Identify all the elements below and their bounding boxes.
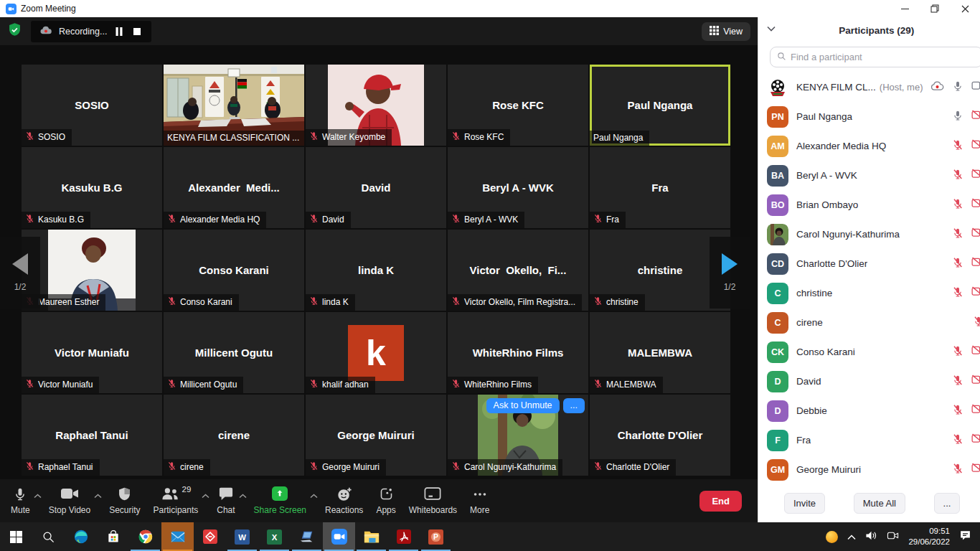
mic-muted-icon[interactable] — [952, 139, 963, 154]
more-button[interactable]: More — [463, 481, 496, 521]
video-tile[interactable]: Alexander Medi... Alexander Media HQ — [164, 147, 304, 228]
invite-button[interactable]: Invite — [784, 493, 825, 514]
participant-row[interactable]: D Debbie — [758, 396, 980, 425]
mic-muted-icon[interactable] — [973, 316, 980, 330]
video-tile[interactable]: Fra Fra — [590, 147, 730, 228]
video-tile[interactable]: Paul Nganga Paul Nganga — [590, 65, 730, 146]
camera-off-icon[interactable] — [971, 198, 980, 211]
participant-row[interactable]: D David — [758, 367, 980, 396]
end-meeting-button[interactable]: End — [699, 491, 742, 512]
participant-row[interactable]: F Fra — [758, 425, 980, 455]
video-tile[interactable]: SOSIO SOSIO — [22, 65, 162, 146]
mic-muted-icon[interactable] — [952, 257, 963, 271]
video-tile[interactable]: MALEMBWA MALEMBWA — [590, 312, 730, 393]
mic-muted-icon[interactable] — [952, 463, 963, 477]
video-tile[interactable]: Maureen Esther — [22, 230, 162, 311]
video-tile[interactable]: WhiteRhino Films WhiteRhino Films — [448, 312, 588, 393]
video-tile[interactable]: Rose KFC Rose KFC — [448, 65, 588, 146]
stop-recording-button[interactable] — [131, 26, 143, 37]
tray-clock[interactable]: 09:51 29/06/2022 — [908, 526, 950, 547]
store-taskbar-icon[interactable] — [97, 522, 129, 551]
video-tile[interactable]: Victor Muniafu Victor Muniafu — [22, 312, 162, 393]
search-taskbar-icon[interactable] — [32, 522, 65, 551]
participant-row[interactable]: C cirene — [758, 308, 980, 337]
volume-icon[interactable] — [865, 530, 877, 544]
ask-to-unmute-button[interactable]: Ask to Unmute — [486, 398, 560, 413]
mute-button[interactable]: Mute — [4, 481, 37, 521]
camera-off-icon[interactable] — [971, 463, 980, 476]
tray-show-hidden-icons-chevron[interactable] — [847, 530, 856, 543]
tray-zoom-camera-icon[interactable] — [887, 530, 899, 544]
share-screen-button[interactable]: Share Screen — [248, 481, 313, 521]
participants-chevron-button[interactable] — [202, 494, 209, 499]
view-button[interactable]: View — [702, 22, 750, 41]
stop-video-chevron-button[interactable] — [94, 494, 102, 499]
red-diamond-taskbar-icon[interactable] — [194, 522, 226, 551]
more-options-button[interactable]: ... — [934, 493, 961, 514]
apps-button[interactable]: Apps — [369, 481, 402, 521]
mic-muted-icon[interactable] — [952, 404, 963, 418]
mute-chevron-button[interactable] — [34, 494, 42, 499]
action-center-icon[interactable] — [959, 529, 971, 544]
next-page-button[interactable]: 1/2 — [710, 237, 750, 309]
powerpoint-taskbar-icon[interactable]: P — [420, 522, 452, 551]
participant-row[interactable]: PN Paul Nganga — [758, 102, 980, 131]
camera-off-icon[interactable] — [971, 375, 980, 387]
camera-on-icon[interactable] — [971, 80, 980, 93]
zoom-taskbar-icon[interactable] — [323, 522, 355, 551]
participants-button[interactable]: 29 Participants — [147, 481, 205, 521]
camera-off-icon[interactable] — [971, 169, 980, 182]
whiteboards-button[interactable]: Whiteboards — [402, 481, 463, 521]
video-tile[interactable]: linda K linda K — [306, 230, 446, 311]
mail-taskbar-icon[interactable] — [161, 522, 194, 551]
video-tile[interactable]: George Muiruri George Muiruri — [306, 395, 446, 476]
mic-muted-icon[interactable] — [952, 198, 963, 212]
video-tile[interactable]: k khalif adhan — [306, 312, 446, 393]
search-input[interactable] — [791, 52, 976, 62]
mic-on-icon[interactable] — [952, 80, 963, 95]
chat-chevron-button[interactable] — [239, 494, 247, 499]
mic-muted-icon[interactable] — [952, 227, 963, 242]
collapse-panel-chevron-icon[interactable] — [767, 26, 776, 32]
video-tile[interactable]: KENYA FILM CLASSIFICATION ... — [164, 65, 304, 146]
security-button[interactable]: Security — [103, 481, 146, 521]
camera-off-icon[interactable] — [971, 110, 980, 123]
participant-row[interactable]: Carol Ngunyi-Kathurima — [758, 220, 980, 249]
mic-muted-icon[interactable] — [952, 286, 963, 301]
mic-muted-icon[interactable] — [952, 169, 963, 183]
reactions-button[interactable]: Reactions — [319, 481, 369, 521]
file-explorer-taskbar-icon[interactable] — [355, 522, 387, 551]
camera-off-icon[interactable] — [971, 227, 980, 240]
pause-recording-button[interactable] — [113, 26, 125, 37]
video-tile[interactable]: Raphael Tanui Raphael Tanui — [22, 395, 162, 476]
chat-button[interactable]: Chat — [210, 481, 241, 521]
mic-muted-icon[interactable] — [952, 345, 963, 359]
word-taskbar-icon[interactable]: W — [226, 522, 258, 551]
mic-muted-icon[interactable] — [952, 433, 963, 448]
excel-taskbar-icon[interactable]: X — [258, 522, 291, 551]
share-screen-chevron-button[interactable] — [310, 494, 318, 499]
participant-row[interactable]: AM Alexander Media HQ — [758, 131, 980, 161]
video-tile[interactable]: cirene cirene — [164, 395, 304, 476]
restore-button[interactable] — [920, 0, 950, 17]
participant-row[interactable]: C christine — [758, 278, 980, 308]
video-tile[interactable]: Victor Okello, Fi... Victor Okello, Film… — [448, 230, 588, 311]
video-tile[interactable]: David David — [306, 147, 446, 228]
video-tile[interactable]: Walter Keyombe — [306, 65, 446, 146]
video-tile[interactable]: Charlotte D'Olier Charlotte D'Olier — [590, 395, 730, 476]
participant-row[interactable]: BA Beryl A - WVK — [758, 161, 980, 190]
participant-row[interactable]: GM George Muiruri — [758, 455, 980, 484]
stop-video-button[interactable]: Stop Video — [42, 481, 98, 521]
participant-row[interactable]: CD Charlotte D'Olier — [758, 249, 980, 278]
tile-more-options-button[interactable]: ... — [563, 398, 585, 413]
video-tile[interactable]: Ask to Unmute ... Carol Ngunyi-Kathurima — [448, 395, 588, 476]
video-tile[interactable]: Beryl A - WVK Beryl A - WVK — [448, 147, 588, 228]
acrobat-taskbar-icon[interactable] — [387, 522, 420, 551]
mute-all-button[interactable]: Mute All — [854, 493, 905, 514]
video-tile[interactable]: Kasuku B.G Kasuku B.G — [22, 147, 162, 228]
chrome-taskbar-icon[interactable] — [129, 522, 161, 551]
minimize-button[interactable] — [890, 0, 920, 17]
close-button[interactable] — [950, 0, 980, 17]
prev-page-button[interactable]: 1/2 — [0, 237, 40, 309]
tray-orange-app-icon[interactable] — [826, 531, 838, 543]
